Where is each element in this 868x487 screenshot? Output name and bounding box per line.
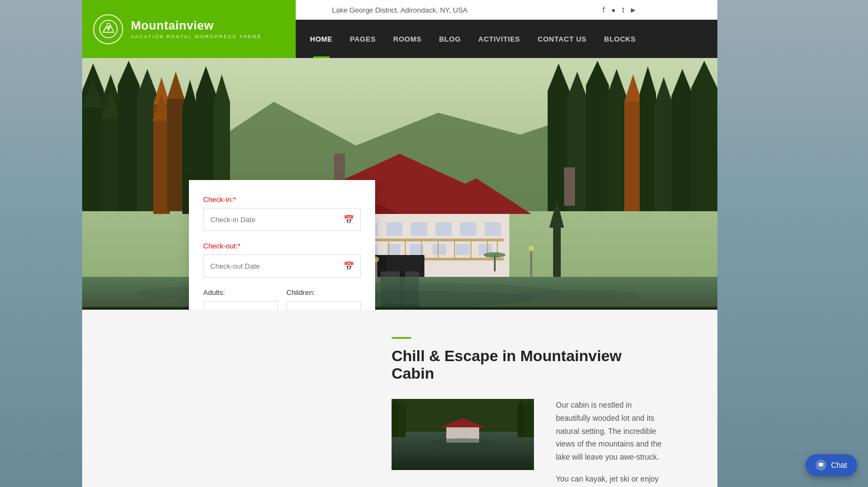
logo-text: Mountainview VACATION RENTAL WORDPRESS T… bbox=[131, 19, 262, 39]
svg-rect-106 bbox=[398, 407, 406, 437]
svg-rect-12 bbox=[118, 85, 140, 211]
nav-blocks[interactable]: BLOCKS bbox=[595, 20, 645, 58]
children-select-wrap: 0 1 2 3 ▼ bbox=[286, 301, 361, 310]
social-icons: f ● t ▶ bbox=[602, 5, 635, 14]
checkin-label: Check-in:* bbox=[203, 195, 361, 204]
svg-point-1 bbox=[107, 23, 110, 26]
logo-area[interactable]: Mountainview VACATION RENTAL WORDPRESS T… bbox=[82, 0, 296, 58]
svg-rect-35 bbox=[624, 102, 642, 211]
svg-point-99 bbox=[528, 246, 534, 251]
checkout-label: Check-out:* bbox=[203, 242, 361, 250]
adults-select[interactable]: 1 2 3 4 bbox=[203, 301, 278, 310]
facebook-icon[interactable]: f bbox=[602, 5, 605, 14]
svg-rect-58 bbox=[485, 222, 501, 236]
svg-rect-50 bbox=[564, 167, 575, 206]
nav-activities[interactable]: ACTIVITIES bbox=[469, 20, 529, 58]
nav-rooms[interactable]: ROOMS bbox=[384, 20, 430, 58]
svg-rect-94 bbox=[553, 228, 561, 277]
svg-point-101 bbox=[484, 252, 505, 258]
chat-label: Chat bbox=[831, 461, 847, 469]
svg-rect-65 bbox=[456, 244, 469, 255]
children-col: Children: 0 1 2 3 ▼ bbox=[286, 288, 361, 310]
nav-contact[interactable]: CONTACT US bbox=[529, 20, 595, 58]
header: Mountainview VACATION RENTAL WORDPRESS T… bbox=[82, 20, 717, 58]
location-text: Lake George District, Adirondack, NY, US… bbox=[332, 6, 468, 14]
svg-rect-33 bbox=[607, 96, 626, 211]
checkout-calendar-icon: 📅 bbox=[343, 261, 354, 271]
logo-subtitle: VACATION RENTAL WORDPRESS THEME bbox=[131, 34, 262, 39]
logo-title: Mountainview bbox=[131, 19, 262, 33]
checkin-calendar-icon: 📅 bbox=[343, 214, 354, 225]
logo-icon bbox=[93, 14, 123, 44]
navigation: HOME PAGES ROOMS BLOG ACTIVITIES CONTACT… bbox=[301, 20, 645, 58]
svg-rect-108 bbox=[518, 405, 525, 437]
svg-rect-91 bbox=[82, 307, 717, 310]
svg-rect-64 bbox=[433, 244, 446, 255]
svg-rect-19 bbox=[167, 99, 185, 211]
section-title: Chill & Escape in Mountainview Cabin bbox=[392, 347, 663, 382]
youtube-icon[interactable]: ▶ bbox=[631, 7, 635, 14]
adults-col: Adults: 1 2 3 4 ▼ bbox=[203, 288, 278, 310]
guests-row: Adults: 1 2 3 4 ▼ Children: bbox=[203, 288, 361, 310]
hero-section: Check-in:* 📅 Check-out:* 📅 Adul bbox=[82, 58, 717, 310]
svg-rect-39 bbox=[654, 105, 673, 211]
svg-rect-54 bbox=[386, 222, 403, 236]
svg-rect-55 bbox=[411, 222, 427, 236]
svg-point-114 bbox=[430, 438, 496, 447]
svg-rect-37 bbox=[640, 94, 656, 211]
content-inner: Our cabin is nestled in beautifully wood… bbox=[392, 399, 663, 487]
checkout-input[interactable] bbox=[203, 254, 361, 277]
chat-bubble-icon bbox=[815, 460, 826, 471]
adults-label: Adults: bbox=[203, 288, 278, 297]
svg-rect-6 bbox=[82, 91, 104, 211]
checkin-field-wrap: 📅 bbox=[203, 208, 361, 231]
children-select[interactable]: 0 1 2 3 bbox=[286, 301, 361, 310]
svg-rect-43 bbox=[691, 88, 717, 211]
svg-rect-96 bbox=[375, 260, 377, 282]
section-divider bbox=[392, 337, 411, 339]
instagram-icon[interactable]: ● bbox=[611, 6, 616, 14]
chat-button[interactable]: Chat bbox=[806, 454, 857, 476]
nav-home[interactable]: HOME bbox=[301, 20, 341, 58]
adults-select-wrap: 1 2 3 4 ▼ bbox=[203, 301, 278, 310]
svg-rect-56 bbox=[435, 222, 452, 236]
checkout-field-wrap: 📅 bbox=[203, 254, 361, 277]
content-para-2: You can kayak, jet ski or enjoy the beau… bbox=[556, 473, 663, 487]
booking-panel: Check-in:* 📅 Check-out:* 📅 Adul bbox=[189, 180, 375, 310]
twitter-icon[interactable]: t bbox=[622, 5, 624, 14]
content-section: Chill & Escape in Mountainview Cabin bbox=[82, 310, 717, 487]
svg-rect-110 bbox=[524, 404, 534, 437]
checkin-input[interactable] bbox=[203, 208, 361, 231]
content-para-1: Our cabin is nestled in beautifully wood… bbox=[556, 399, 663, 464]
children-label: Children: bbox=[286, 288, 361, 297]
svg-rect-57 bbox=[460, 222, 476, 236]
svg-rect-31 bbox=[586, 85, 609, 211]
svg-rect-98 bbox=[530, 250, 532, 277]
nav-pages[interactable]: PAGES bbox=[341, 20, 384, 58]
svg-point-90 bbox=[509, 289, 641, 303]
content-image bbox=[392, 399, 534, 470]
svg-rect-41 bbox=[671, 96, 693, 211]
nav-blog[interactable]: BLOG bbox=[430, 20, 470, 58]
content-text: Our cabin is nestled in beautifully wood… bbox=[556, 399, 663, 487]
